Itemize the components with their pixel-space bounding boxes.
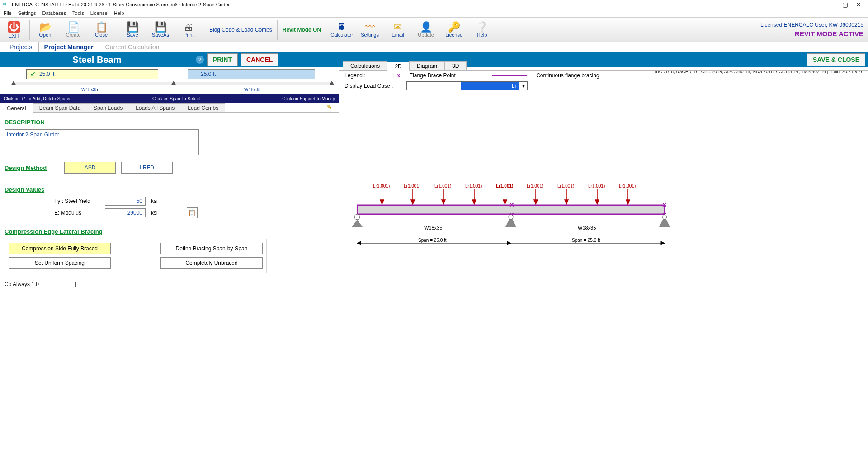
- tab-loads-all-spans[interactable]: Loads All Spans: [129, 103, 181, 112]
- lrfd-option[interactable]: LRFD: [121, 162, 173, 174]
- print-button[interactable]: 🖨Print: [175, 18, 203, 42]
- svg-marker-33: [507, 241, 511, 245]
- settings-button[interactable]: 〰Settings: [356, 18, 384, 42]
- minimize-button[interactable]: —: [825, 1, 838, 8]
- file-close-icon: 📋: [95, 22, 108, 32]
- open-button[interactable]: 📂Open: [31, 18, 59, 42]
- tab-project-manager[interactable]: Project Manager: [38, 42, 99, 52]
- load-label-4: Lr1.001): [465, 183, 482, 188]
- bracing-uniform-spacing[interactable]: Set Uniform Spacing: [9, 257, 111, 269]
- menu-databases[interactable]: Databases: [42, 10, 66, 16]
- e-input[interactable]: [105, 208, 146, 217]
- save-button[interactable]: 💾Save: [118, 18, 146, 42]
- span-dim-1: Span = 25.0 ft: [418, 238, 447, 243]
- tab-calculations[interactable]: Calculations: [343, 61, 387, 70]
- tab-span-loads[interactable]: Span Loads: [87, 103, 129, 112]
- tab-load-combs[interactable]: Load Combs: [181, 103, 225, 112]
- svg-marker-17: [626, 200, 630, 204]
- tab-current-calculation[interactable]: Current Calculation: [99, 42, 165, 52]
- saveas-button[interactable]: 💾SaveAs: [146, 18, 175, 42]
- email-icon: ✉: [394, 22, 402, 32]
- maximize-button[interactable]: ▢: [838, 1, 852, 8]
- svg-marker-9: [503, 200, 507, 204]
- design-method-heading: Design Method: [5, 164, 59, 171]
- right-pane: IBC 2018, ASCE 7-16, CBC 2019, AISC 360-…: [339, 67, 868, 470]
- license-button[interactable]: 🔑License: [440, 18, 468, 42]
- support-left[interactable]: [11, 81, 16, 85]
- span-1-box[interactable]: 25.0 ft: [26, 69, 158, 79]
- settings-icon: 〰: [365, 22, 375, 32]
- legend-label: Legend :: [344, 72, 366, 79]
- svg-marker-3: [411, 200, 415, 204]
- bldg-code-button[interactable]: Bldg Code & Load Combs: [206, 18, 276, 42]
- bracing-unbraced[interactable]: Completely Unbraced: [160, 257, 263, 269]
- create-button[interactable]: 📄Create: [59, 18, 87, 42]
- menu-help[interactable]: Help: [114, 10, 124, 16]
- svg-text:✕: ✕: [662, 201, 667, 208]
- asd-option[interactable]: ASD: [64, 162, 116, 174]
- window-title: ENERCALC INSTALLED Build 20.21.9.26 : 1-…: [12, 2, 230, 7]
- menu-settings[interactable]: Settings: [18, 10, 36, 16]
- left-pane: 25.0 ft 25.0 ft W18x35 W18x35 Click on +…: [0, 67, 339, 470]
- instr-right: Click on Support to Modify: [282, 96, 335, 101]
- load-label-1: Lr1.001): [373, 183, 390, 188]
- help-icon: ❔: [476, 22, 488, 32]
- tab-general[interactable]: General: [0, 104, 33, 113]
- tab-beam-span-data[interactable]: Beam Span Data: [33, 103, 87, 112]
- load-label-8: Lr1.001): [588, 183, 605, 188]
- material-lookup-button[interactable]: 📋: [187, 207, 198, 218]
- tab-diagram[interactable]: Diagram: [409, 61, 445, 70]
- load-case-select[interactable]: Lr ▾: [406, 81, 528, 90]
- tab-2d[interactable]: 2D: [387, 62, 409, 70]
- help-button[interactable]: ❔Help: [468, 18, 496, 42]
- support-right[interactable]: [329, 81, 335, 85]
- instruction-bar: Click on +/- to Add, Delete Spans Click …: [0, 94, 339, 103]
- svg-text:✕: ✕: [509, 201, 514, 208]
- revit-mode-button[interactable]: Revit Mode ON: [279, 18, 325, 42]
- support-mid[interactable]: [171, 81, 176, 85]
- tab-3d[interactable]: 3D: [444, 61, 467, 70]
- tab-projects[interactable]: Projects: [4, 42, 38, 52]
- title-bar: ≋ ENERCALC INSTALLED Build 20.21.9.26 : …: [0, 0, 868, 9]
- close-button[interactable]: 📋Close: [87, 18, 115, 42]
- bracing-heading: Compression Edge Lateral Bracing: [5, 228, 334, 235]
- page-title: Steel Beam: [0, 52, 194, 67]
- brace-point-icon: x: [397, 72, 401, 79]
- svg-point-30: [662, 215, 667, 219]
- cancel-action-button[interactable]: CANCEL: [241, 53, 278, 66]
- load-label-5: Lr1.001): [496, 183, 513, 188]
- svg-marker-7: [472, 200, 476, 204]
- email-button[interactable]: ✉Email: [384, 18, 412, 42]
- description-input[interactable]: Interior 2-Span Girder: [5, 129, 199, 155]
- inner-tabs: General Beam Span Data Span Loads Loads …: [0, 103, 339, 113]
- help-hint-button[interactable]: ?: [194, 52, 206, 67]
- fy-input[interactable]: [105, 197, 146, 206]
- print-action-button[interactable]: PRINT: [207, 53, 238, 66]
- menu-license[interactable]: License: [90, 10, 108, 16]
- svg-marker-26: [352, 220, 363, 227]
- update-button[interactable]: 👤Update: [412, 18, 440, 42]
- close-window-button[interactable]: ✕: [852, 1, 865, 8]
- exit-button[interactable]: ⏻EXIT: [0, 18, 28, 42]
- load-label-9: Lr1.001): [619, 183, 636, 188]
- e-unit: ksi: [151, 210, 158, 216]
- legend-fbp: = Flange Brace Point: [405, 72, 455, 79]
- cb-checkbox[interactable]: [71, 282, 76, 287]
- instr-center: Click on Span To Select: [152, 96, 200, 101]
- edit-icon[interactable]: ✎: [327, 103, 334, 111]
- bracing-span-by-span[interactable]: Define Bracing Span-by-Span: [160, 243, 263, 254]
- fy-unit: ksi: [151, 198, 158, 204]
- svg-marker-15: [595, 200, 599, 204]
- menu-file[interactable]: File: [4, 10, 12, 16]
- menu-tools[interactable]: Tools: [72, 10, 84, 16]
- svg-marker-32: [357, 241, 361, 245]
- span1-beam-label: W18x35: [81, 87, 98, 92]
- load-label-7: Lr1.001): [557, 183, 574, 188]
- e-label: E: Modulus: [54, 210, 99, 216]
- nav-tabs: Projects Project Manager Current Calcula…: [0, 42, 868, 52]
- calculator-button[interactable]: 🖩Calculator: [328, 18, 356, 42]
- bracing-fully-braced[interactable]: Compression Side Fully Braced: [9, 243, 111, 254]
- calculator-icon: 🖩: [337, 22, 347, 32]
- file-new-icon: 📄: [67, 22, 80, 32]
- span-2-box[interactable]: 25.0 ft: [188, 69, 315, 79]
